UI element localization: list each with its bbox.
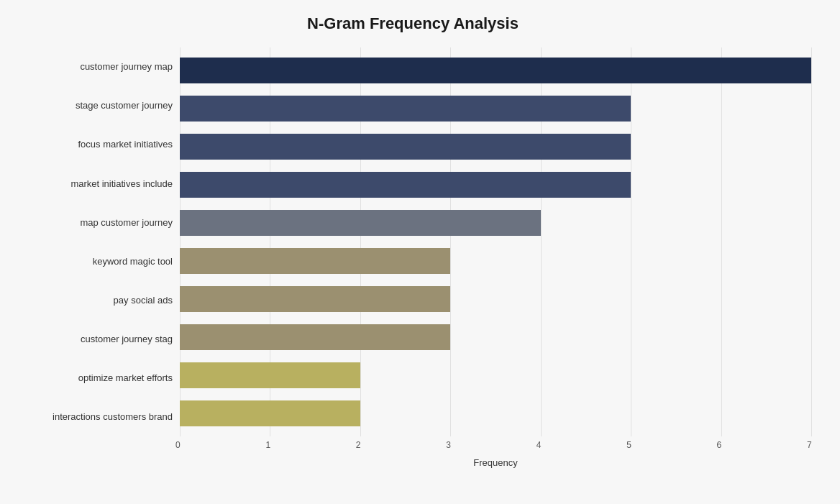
bar-row	[180, 357, 811, 395]
bars-wrapper	[180, 47, 811, 436]
bar-row	[180, 319, 811, 357]
chart-area: customer journey mapstage customer journ…	[14, 47, 811, 436]
x-tick: 2	[356, 440, 361, 450]
x-tick: 0	[175, 440, 181, 450]
bar-row	[180, 395, 811, 433]
bar	[180, 248, 450, 274]
y-label: customer journey map	[14, 61, 173, 73]
x-tick: 6	[717, 440, 722, 450]
bar	[180, 172, 631, 198]
bar-row	[180, 280, 811, 319]
grid-line	[811, 47, 812, 436]
bar	[180, 210, 541, 236]
chart-container: N-Gram Frequency Analysis customer journ…	[0, 0, 840, 504]
x-tick: 1	[265, 440, 270, 450]
bar-row	[180, 127, 811, 165]
bar-row	[180, 89, 811, 127]
bar	[180, 400, 360, 426]
bar	[180, 58, 811, 83]
bar	[180, 96, 631, 122]
chart-title: N-Gram Frequency Analysis	[14, 14, 811, 33]
bar	[180, 286, 450, 312]
y-label: customer journey stag	[14, 334, 173, 345]
x-tick: 7	[807, 440, 812, 450]
x-axis-label: Frequency	[180, 457, 811, 468]
grid-and-bars	[180, 47, 811, 436]
y-label: keyword magic tool	[14, 256, 173, 267]
bar	[180, 324, 450, 350]
bar-row	[180, 203, 811, 242]
y-label: focus market initiatives	[14, 139, 173, 150]
bar	[180, 134, 631, 160]
bar	[180, 362, 360, 388]
y-axis-labels: customer journey mapstage customer journ…	[14, 47, 180, 436]
bars-section	[180, 47, 811, 436]
y-label: optimize market efforts	[14, 372, 173, 384]
x-axis: 01234567	[180, 440, 811, 454]
bar-row	[180, 165, 811, 203]
y-label: map customer journey	[14, 217, 173, 229]
x-tick: 4	[537, 440, 542, 450]
bottom-section: 01234567 Frequency	[14, 440, 811, 468]
y-label: market initiatives include	[14, 178, 173, 190]
y-label: interactions customers brand	[14, 411, 173, 423]
x-tick: 5	[626, 440, 631, 450]
y-label: pay social ads	[14, 295, 173, 306]
y-label: stage customer journey	[14, 100, 173, 111]
bar-row	[180, 51, 811, 89]
bar-row	[180, 242, 811, 280]
x-tick: 3	[446, 440, 451, 450]
